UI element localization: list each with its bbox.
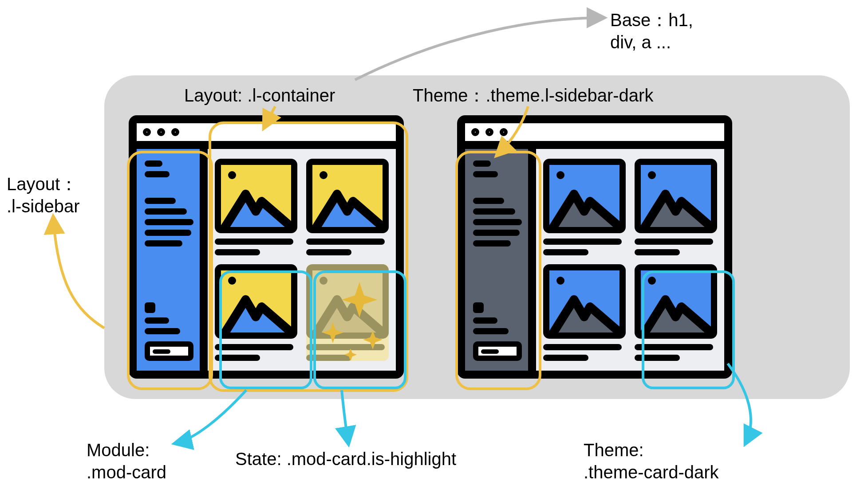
content-grid bbox=[536, 149, 724, 371]
image-icon bbox=[635, 264, 717, 339]
label-layout-container: Layout: .l-container bbox=[184, 84, 335, 106]
window-dot-icon bbox=[500, 128, 508, 136]
image-icon bbox=[543, 264, 626, 339]
mod-card bbox=[215, 264, 297, 361]
image-icon bbox=[543, 159, 626, 233]
label-state-highlight: State: .mod-card.is-highlight bbox=[235, 448, 456, 470]
mod-card-highlight bbox=[306, 264, 389, 361]
svg-marker-6 bbox=[363, 331, 383, 349]
label-base: Base：h1, div, a ... bbox=[610, 9, 693, 53]
label-theme-sidebar-dark: Theme：.theme.l-sidebar-dark bbox=[413, 84, 653, 106]
image-icon bbox=[215, 159, 297, 233]
window-dot-icon bbox=[157, 128, 165, 136]
label-theme-card-dark: Theme: .theme-card-dark bbox=[584, 439, 719, 483]
content-grid bbox=[208, 149, 396, 371]
window-dot-icon bbox=[143, 128, 151, 136]
browser-chrome bbox=[465, 123, 724, 149]
sidebar-light bbox=[137, 149, 208, 371]
window-dot-icon bbox=[171, 128, 179, 136]
window-dot-icon bbox=[471, 128, 479, 136]
label-layout-sidebar: Layout： .l-sidebar bbox=[7, 173, 80, 217]
image-icon bbox=[635, 159, 717, 233]
image-icon bbox=[306, 159, 389, 233]
mod-card-theme-dark bbox=[635, 264, 717, 361]
svg-marker-5 bbox=[322, 322, 343, 343]
mod-card bbox=[635, 159, 717, 255]
window-dot-icon bbox=[485, 128, 493, 136]
svg-marker-7 bbox=[344, 348, 357, 361]
mod-card bbox=[306, 159, 389, 255]
mod-card bbox=[543, 159, 626, 255]
sparkle-icon bbox=[306, 264, 389, 361]
sidebar-dark bbox=[465, 149, 536, 371]
browser-dark bbox=[457, 115, 732, 379]
svg-marker-4 bbox=[342, 282, 377, 317]
label-module-card: Module: .mod-card bbox=[87, 439, 166, 483]
image-icon bbox=[215, 264, 297, 339]
mod-card bbox=[215, 159, 297, 255]
mod-card bbox=[543, 264, 626, 361]
arrow-l-sidebar bbox=[53, 217, 104, 328]
browser-light bbox=[129, 115, 404, 379]
arrow-base bbox=[355, 18, 604, 80]
browser-chrome bbox=[137, 123, 396, 149]
